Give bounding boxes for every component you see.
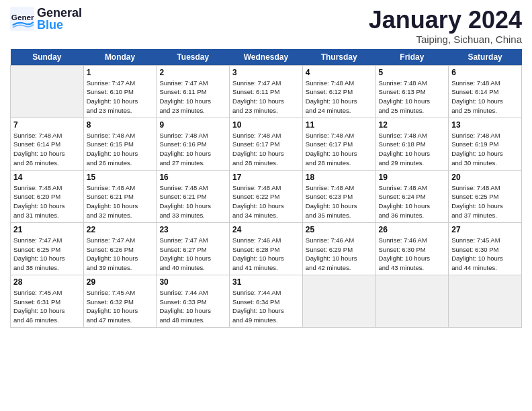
day-info: Sunrise: 7:48 AM Sunset: 6:13 PM Dayligh…	[379, 79, 446, 116]
calendar-cell: 25Sunrise: 7:46 AM Sunset: 6:29 PM Dayli…	[302, 222, 375, 275]
day-number: 16	[159, 173, 226, 182]
day-info: Sunrise: 7:47 AM Sunset: 6:10 PM Dayligh…	[87, 79, 154, 116]
day-info: Sunrise: 7:48 AM Sunset: 6:21 PM Dayligh…	[87, 183, 154, 220]
day-number: 23	[159, 225, 226, 234]
calendar-cell: 24Sunrise: 7:46 AM Sunset: 6:28 PM Dayli…	[230, 222, 303, 275]
calendar-cell: 1Sunrise: 7:47 AM Sunset: 6:10 PM Daylig…	[83, 65, 157, 118]
day-info: Sunrise: 7:46 AM Sunset: 6:30 PM Dayligh…	[379, 236, 446, 273]
day-number: 25	[306, 225, 373, 234]
svg-text:General: General	[11, 13, 34, 21]
day-info: Sunrise: 7:45 AM Sunset: 6:31 PM Dayligh…	[13, 288, 81, 325]
calendar-cell: 29Sunrise: 7:45 AM Sunset: 6:32 PM Dayli…	[83, 275, 157, 327]
day-number: 13	[451, 120, 519, 130]
calendar-cell: 23Sunrise: 7:47 AM Sunset: 6:27 PM Dayli…	[157, 222, 230, 275]
day-info: Sunrise: 7:48 AM Sunset: 6:24 PM Dayligh…	[379, 183, 446, 220]
calendar-cell: 30Sunrise: 7:44 AM Sunset: 6:33 PM Dayli…	[157, 275, 230, 327]
day-number: 15	[87, 173, 154, 182]
calendar-week-2: 7Sunrise: 7:48 AM Sunset: 6:14 PM Daylig…	[11, 118, 522, 170]
calendar-cell: 22Sunrise: 7:47 AM Sunset: 6:26 PM Dayli…	[83, 222, 157, 275]
day-info: Sunrise: 7:48 AM Sunset: 6:14 PM Dayligh…	[13, 131, 81, 168]
day-number: 22	[87, 225, 154, 234]
day-number: 8	[87, 120, 154, 130]
month-title: January 2024	[369, 7, 522, 34]
day-info: Sunrise: 7:44 AM Sunset: 6:33 PM Dayligh…	[159, 288, 226, 325]
day-number: 6	[451, 68, 519, 77]
calendar-table: SundayMondayTuesdayWednesdayThursdayFrid…	[10, 49, 522, 328]
day-info: Sunrise: 7:48 AM Sunset: 6:22 PM Dayligh…	[232, 183, 300, 220]
day-info: Sunrise: 7:46 AM Sunset: 6:28 PM Dayligh…	[232, 236, 300, 273]
calendar-cell: 31Sunrise: 7:44 AM Sunset: 6:34 PM Dayli…	[230, 275, 303, 327]
logo-name: General Blue	[37, 7, 82, 31]
day-info: Sunrise: 7:48 AM Sunset: 6:14 PM Dayligh…	[451, 79, 519, 116]
day-info: Sunrise: 7:46 AM Sunset: 6:29 PM Dayligh…	[306, 236, 373, 273]
calendar-cell: 10Sunrise: 7:48 AM Sunset: 6:17 PM Dayli…	[230, 118, 303, 170]
day-info: Sunrise: 7:48 AM Sunset: 6:20 PM Dayligh…	[13, 183, 81, 220]
day-info: Sunrise: 7:48 AM Sunset: 6:19 PM Dayligh…	[451, 131, 519, 168]
calendar-week-4: 21Sunrise: 7:47 AM Sunset: 6:25 PM Dayli…	[11, 222, 522, 275]
calendar-cell: 7Sunrise: 7:48 AM Sunset: 6:14 PM Daylig…	[11, 118, 84, 170]
day-number: 21	[13, 225, 81, 234]
calendar-cell: 15Sunrise: 7:48 AM Sunset: 6:21 PM Dayli…	[83, 170, 157, 222]
day-number: 17	[232, 173, 300, 182]
calendar-cell	[302, 275, 375, 327]
day-number: 24	[232, 225, 300, 234]
logo: General General Blue	[10, 7, 82, 31]
day-info: Sunrise: 7:48 AM Sunset: 6:21 PM Dayligh…	[159, 183, 226, 220]
calendar-cell: 8Sunrise: 7:48 AM Sunset: 6:15 PM Daylig…	[83, 118, 157, 170]
calendar-cell: 13Sunrise: 7:48 AM Sunset: 6:19 PM Dayli…	[449, 118, 522, 170]
calendar-cell: 6Sunrise: 7:48 AM Sunset: 6:14 PM Daylig…	[449, 65, 522, 118]
day-number: 4	[306, 68, 373, 77]
calendar-cell: 21Sunrise: 7:47 AM Sunset: 6:25 PM Dayli…	[11, 222, 84, 275]
weekday-header-monday: Monday	[83, 49, 157, 66]
day-info: Sunrise: 7:44 AM Sunset: 6:34 PM Dayligh…	[232, 288, 300, 325]
calendar-cell: 27Sunrise: 7:45 AM Sunset: 6:30 PM Dayli…	[449, 222, 522, 275]
weekday-header-sunday: Sunday	[11, 49, 84, 66]
weekday-header-friday: Friday	[375, 49, 449, 66]
calendar-cell: 26Sunrise: 7:46 AM Sunset: 6:30 PM Dayli…	[375, 222, 449, 275]
calendar-cell	[449, 275, 522, 327]
calendar-cell: 28Sunrise: 7:45 AM Sunset: 6:31 PM Dayli…	[11, 275, 84, 327]
title-block: January 2024 Taiping, Sichuan, China	[369, 7, 522, 45]
day-info: Sunrise: 7:47 AM Sunset: 6:11 PM Dayligh…	[159, 79, 226, 116]
day-info: Sunrise: 7:45 AM Sunset: 6:32 PM Dayligh…	[87, 288, 154, 325]
day-info: Sunrise: 7:47 AM Sunset: 6:25 PM Dayligh…	[13, 236, 81, 273]
calendar-cell	[375, 275, 449, 327]
day-number: 28	[13, 277, 81, 287]
logo-general-text: General	[37, 7, 82, 19]
day-number: 9	[159, 120, 226, 130]
calendar-cell: 14Sunrise: 7:48 AM Sunset: 6:20 PM Dayli…	[11, 170, 84, 222]
calendar-week-5: 28Sunrise: 7:45 AM Sunset: 6:31 PM Dayli…	[11, 275, 522, 327]
day-info: Sunrise: 7:48 AM Sunset: 6:17 PM Dayligh…	[232, 131, 300, 168]
day-number: 14	[13, 173, 81, 182]
day-number: 27	[451, 225, 519, 234]
day-info: Sunrise: 7:48 AM Sunset: 6:15 PM Dayligh…	[87, 131, 154, 168]
header: General General Blue January 2024 Taipin…	[10, 7, 522, 45]
day-number: 26	[379, 225, 446, 234]
day-number: 1	[87, 68, 154, 77]
calendar-cell: 11Sunrise: 7:48 AM Sunset: 6:17 PM Dayli…	[302, 118, 375, 170]
weekday-header-thursday: Thursday	[302, 49, 375, 66]
day-number: 2	[159, 68, 226, 77]
calendar-cell: 5Sunrise: 7:48 AM Sunset: 6:13 PM Daylig…	[375, 65, 449, 118]
calendar-cell: 4Sunrise: 7:48 AM Sunset: 6:12 PM Daylig…	[302, 65, 375, 118]
calendar-week-1: 1Sunrise: 7:47 AM Sunset: 6:10 PM Daylig…	[11, 65, 522, 118]
day-number: 5	[379, 68, 446, 77]
day-info: Sunrise: 7:48 AM Sunset: 6:23 PM Dayligh…	[306, 183, 373, 220]
calendar-cell: 20Sunrise: 7:48 AM Sunset: 6:25 PM Dayli…	[449, 170, 522, 222]
calendar-cell	[11, 65, 84, 118]
day-number: 11	[306, 120, 373, 130]
calendar-cell: 3Sunrise: 7:47 AM Sunset: 6:11 PM Daylig…	[230, 65, 303, 118]
calendar-cell: 19Sunrise: 7:48 AM Sunset: 6:24 PM Dayli…	[375, 170, 449, 222]
calendar-cell: 18Sunrise: 7:48 AM Sunset: 6:23 PM Dayli…	[302, 170, 375, 222]
calendar-cell: 12Sunrise: 7:48 AM Sunset: 6:18 PM Dayli…	[375, 118, 449, 170]
day-number: 12	[379, 120, 446, 130]
weekday-header-wednesday: Wednesday	[230, 49, 303, 66]
weekday-header-tuesday: Tuesday	[157, 49, 230, 66]
day-info: Sunrise: 7:48 AM Sunset: 6:25 PM Dayligh…	[451, 183, 519, 220]
day-number: 7	[13, 120, 81, 130]
day-info: Sunrise: 7:47 AM Sunset: 6:27 PM Dayligh…	[159, 236, 226, 273]
weekday-header-row: SundayMondayTuesdayWednesdayThursdayFrid…	[11, 49, 522, 66]
calendar-cell: 9Sunrise: 7:48 AM Sunset: 6:16 PM Daylig…	[157, 118, 230, 170]
calendar-cell: 17Sunrise: 7:48 AM Sunset: 6:22 PM Dayli…	[230, 170, 303, 222]
calendar-week-3: 14Sunrise: 7:48 AM Sunset: 6:20 PM Dayli…	[11, 170, 522, 222]
